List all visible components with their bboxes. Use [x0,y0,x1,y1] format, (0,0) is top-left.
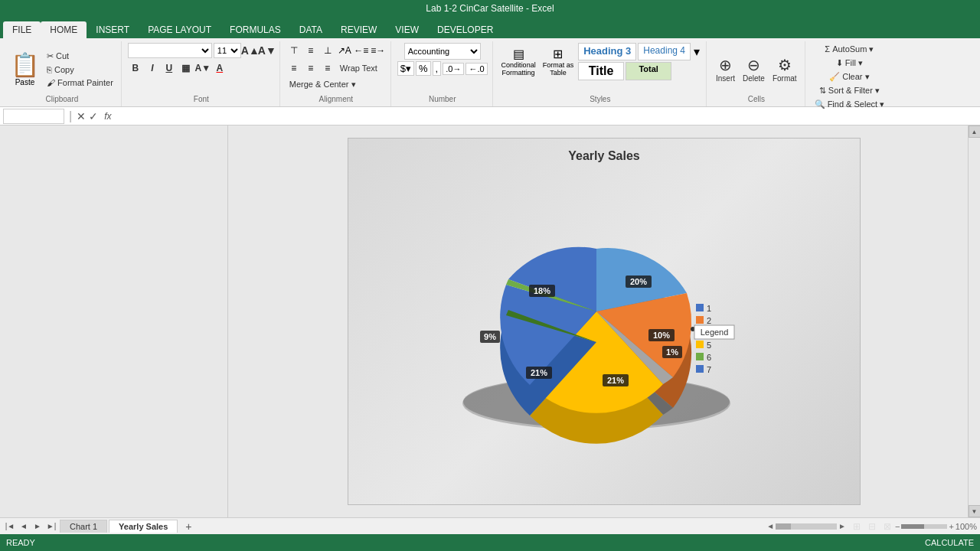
copy-button[interactable]: ⎘ Copy [44,64,116,76]
title-style-button[interactable]: Title [578,62,624,80]
confirm-formula-icon[interactable]: ✓ [89,110,98,122]
cut-button[interactable]: ✂ Cut [44,50,116,63]
tab-page-layout[interactable]: PAGE LAYOUT [139,21,220,38]
delete-button[interactable]: ⊖ Delete [740,54,768,84]
scroll-up-button[interactable]: ▲ [969,126,981,138]
page-layout-view-button[interactable]: ⊟ [864,519,880,534]
zoom-slider-track[interactable] [901,524,947,529]
tab-formulas[interactable]: FORMULAS [220,21,290,38]
svg-text:1%: 1% [666,347,678,357]
fill-button[interactable]: ⬇ Fill ▾ [833,57,866,70]
tab-file[interactable]: FILE [3,21,41,38]
svg-text:20%: 20% [630,277,647,286]
sheet-first-button[interactable]: |◄ [3,520,17,533]
decrease-font-button[interactable]: A▼ [260,43,275,58]
styles-more-button[interactable]: ▾ [692,43,701,60]
conditional-formatting-button[interactable]: ▤ ConditionalFormatting [499,45,538,78]
styles-label: Styles [499,95,701,105]
add-sheet-button[interactable]: + [181,520,196,533]
scroll-left-button[interactable]: ◄ [766,522,774,530]
status-bar: READY CALCULATE [0,534,980,551]
total-style-button[interactable]: Total [626,62,671,80]
tab-review[interactable]: REVIEW [332,21,386,38]
indent-increase-button[interactable]: ≡→ [371,43,386,58]
format-button[interactable]: ⚙ Format [769,54,800,84]
underline-button[interactable]: U [162,60,177,76]
sheet-tabs-bar: |◄ ◄ ► ►| Chart 1 Yearly Sales + ◄ ► ⊞ ⊟… [0,517,980,534]
svg-text:2: 2 [707,316,711,325]
sheet-prev-button[interactable]: ◄ [17,520,31,533]
align-left-button[interactable]: ≡ [286,60,302,76]
normal-view-button[interactable]: ⊞ [849,519,864,534]
clipboard-group: 📋 Paste ✂ Cut ⎘ Copy 🖌 Format Painter Cl… [3,41,122,106]
svg-text:7: 7 [707,365,711,374]
text-direction-button[interactable]: ↗A [337,43,352,58]
sheet-next-button[interactable]: ► [31,520,44,533]
chart-container: Yearly Sales [348,138,861,505]
scroll-track [969,138,981,505]
align-right-button[interactable]: ≡ [320,60,335,76]
tab-home[interactable]: HOME [41,21,87,38]
scroll-down-button[interactable]: ▼ [969,505,981,517]
clear-button[interactable]: 🧹 Clear ▾ [826,70,872,83]
svg-text:6: 6 [707,353,711,362]
sort-filter-button[interactable]: ⇅ Sort & Filter ▾ [816,84,883,97]
right-scrollbar: ▲ ▼ [968,126,980,517]
svg-rect-27 [696,365,704,373]
scroll-right-button[interactable]: ► [838,522,846,530]
align-middle-button[interactable]: ≡ [303,43,318,58]
insert-button[interactable]: ⊕ Insert [713,54,738,84]
merge-center-button[interactable]: Merge & Center ▾ [286,78,359,91]
heading3-style-button[interactable]: Heading 3 [578,43,636,60]
name-box[interactable] [3,109,64,124]
tab-data[interactable]: DATA [290,21,332,38]
chart-area[interactable]: Yearly Sales [228,126,980,517]
italic-button[interactable]: I [145,60,160,76]
format-painter-button[interactable]: 🖌 Format Painter [44,77,116,89]
wrap-text-button[interactable]: Wrap Text [337,62,381,74]
formula-input[interactable] [118,109,978,124]
align-center-button[interactable]: ≡ [303,60,318,76]
sheet-last-button[interactable]: ►| [44,520,58,533]
fx-button[interactable]: fx [101,111,114,122]
svg-rect-18 [696,316,704,324]
alignment-label: Alignment [286,95,386,105]
sheet-tab-yearly-sales[interactable]: Yearly Sales [109,520,178,533]
paste-button[interactable]: 📋 Paste [8,50,42,88]
increase-font-button[interactable]: A▲ [243,43,258,58]
border-button[interactable]: ▦ [178,60,194,76]
styles-group: ▤ ConditionalFormatting ⊞ Format asTable… [495,41,707,106]
percent-button[interactable]: % [416,61,431,76]
cancel-formula-icon[interactable]: ✕ [77,110,86,122]
tab-insert[interactable]: INSERT [87,21,139,38]
increase-decimal-button[interactable]: .0→ [443,63,464,75]
font-group: 11 A▲ A▼ B I U ▦ A▼ A Font [123,41,280,106]
bold-button[interactable]: B [128,60,143,76]
autosum-button[interactable]: Σ AutoSum ▾ [822,43,877,56]
ready-status: READY [6,538,35,547]
heading4-style-button[interactable]: Heading 4 [638,43,691,60]
cells-group: ⊕ Insert ⊖ Delete ⚙ Format Cells [708,41,805,106]
format-as-table-button[interactable]: ⊞ Format asTable [541,45,577,78]
align-bottom-button[interactable]: ⊥ [320,43,335,58]
fill-color-button[interactable]: A▼ [195,60,211,76]
comma-button[interactable]: , [433,61,442,76]
svg-text:1: 1 [707,304,711,313]
font-name-select[interactable] [128,43,212,58]
page-break-view-button[interactable]: ⊠ [880,519,895,534]
number-format-select[interactable]: Accounting [404,43,481,60]
sheet-tab-chart1[interactable]: Chart 1 [60,520,107,533]
zoom-out-button[interactable]: − [895,522,900,531]
tab-developer[interactable]: DEVELOPER [428,21,502,38]
font-size-select[interactable]: 11 [214,43,241,58]
font-color-button[interactable]: A [212,60,227,76]
decrease-decimal-button[interactable]: ←.0 [466,63,487,75]
indent-decrease-button[interactable]: ←≡ [354,43,369,58]
svg-text:21%: 21% [531,368,547,377]
svg-text:18%: 18% [534,286,550,295]
editing-group: Σ AutoSum ▾ ⬇ Fill ▾ 🧹 Clear ▾ ⇅ Sort & … [807,41,893,106]
currency-button[interactable]: $▾ [397,61,414,76]
zoom-in-button[interactable]: + [949,522,953,531]
align-top-button[interactable]: ⊤ [286,43,302,58]
tab-view[interactable]: VIEW [386,21,428,38]
